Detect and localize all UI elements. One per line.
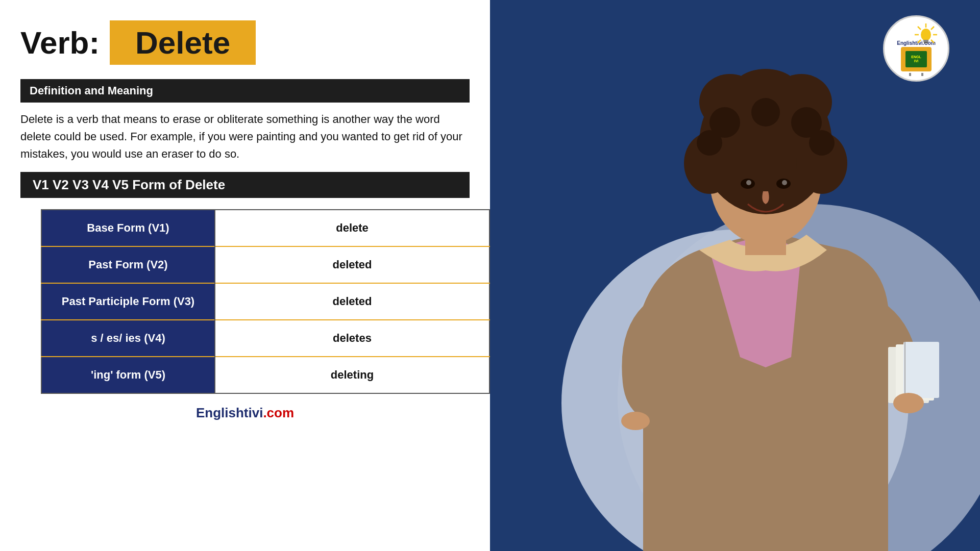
form-value-2: deleted — [215, 283, 489, 320]
form-label-2: Past Participle Form (V3) — [41, 283, 215, 320]
logo-circle: Englishtivi.Com ENGLIVI — [883, 15, 949, 82]
left-panel: Verb: Delete Definition and Meaning Dele… — [0, 0, 490, 551]
svg-rect-2 — [745, 230, 786, 255]
svg-point-31 — [921, 29, 931, 41]
logo-tv: ENGLIVI — [901, 47, 932, 71]
verb-word: Delete — [110, 20, 256, 65]
right-panel: Englishtivi.Com ENGLIVI — [490, 0, 980, 551]
brand-red: .com — [263, 405, 294, 420]
logo-tv-screen: ENGLIVI — [905, 51, 927, 67]
definition-header: Definition and Meaning — [20, 79, 470, 103]
table-row: s / es/ ies (V4)deletes — [41, 320, 489, 357]
v-forms-header: V1 V2 V3 V4 V5 Form of Delete — [20, 172, 470, 198]
svg-point-11 — [751, 98, 780, 127]
form-value-0: delete — [215, 210, 489, 246]
verb-forms-table: Base Form (V1)deletePast Form (V2)delete… — [41, 209, 490, 394]
person-figure — [541, 0, 980, 551]
svg-line-30 — [918, 40, 921, 43]
form-value-3: deletes — [215, 320, 489, 357]
svg-point-16 — [746, 180, 751, 185]
svg-point-13 — [809, 130, 835, 156]
svg-point-17 — [782, 180, 787, 185]
table-row: Past Participle Form (V3)deleted — [41, 283, 489, 320]
svg-point-12 — [697, 130, 722, 156]
svg-rect-32 — [923, 40, 928, 42]
svg-line-27 — [918, 27, 921, 30]
logo-tv-text: ENGLIVI — [911, 55, 921, 63]
footer-brand: Englishtivi.com — [20, 405, 470, 421]
form-label-1: Past Form (V2) — [41, 246, 215, 283]
form-value-4: deleting — [215, 357, 489, 393]
table-row: Past Form (V2)deleted — [41, 246, 489, 283]
svg-line-29 — [931, 40, 934, 43]
form-value-1: deleted — [215, 246, 489, 283]
form-label-3: s / es/ ies (V4) — [41, 320, 215, 357]
svg-rect-20 — [903, 342, 939, 398]
table-row: Base Form (V1)delete — [41, 210, 489, 246]
brand-dark: Englishtivi — [196, 405, 263, 420]
table-row: 'ing' form (V5)deleting — [41, 357, 489, 393]
definition-text: Delete is a verb that means to erase or … — [20, 111, 470, 163]
svg-point-22 — [893, 393, 924, 413]
form-label-4: 'ing' form (V5) — [41, 357, 215, 393]
verb-label: Verb: — [20, 24, 100, 61]
title-row: Verb: Delete — [20, 20, 470, 65]
svg-rect-33 — [924, 42, 928, 43]
svg-line-25 — [931, 27, 934, 30]
form-label-0: Base Form (V1) — [41, 210, 215, 246]
svg-point-23 — [621, 412, 650, 430]
